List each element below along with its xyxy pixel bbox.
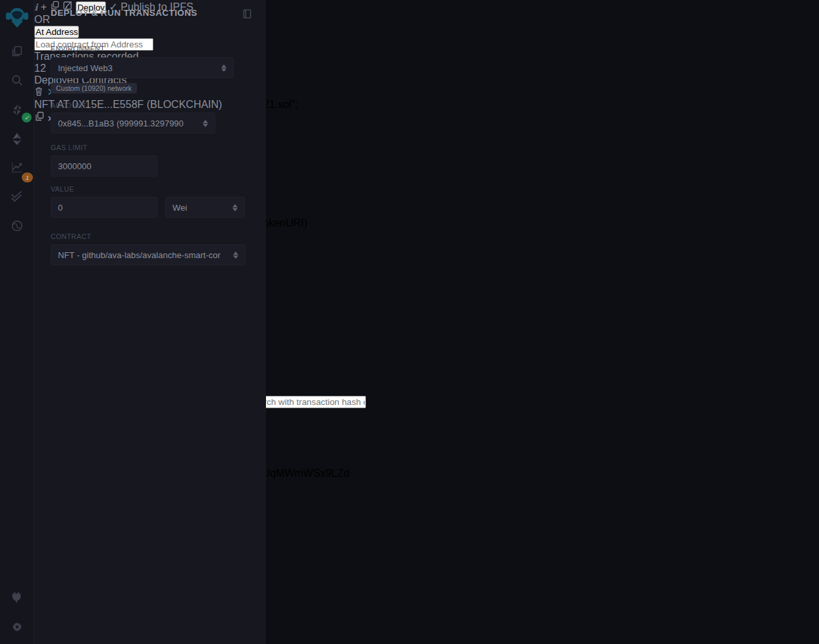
deploy-run-panel: DEPLOY & RUN TRANSACTIONS ENVIRONMENT In… — [34, 0, 266, 644]
account-label: ACCOUNT — [51, 101, 87, 109]
plugin-manager-icon[interactable] — [0, 586, 34, 608]
select-caret-icon — [203, 120, 208, 127]
gas-limit-input[interactable] — [58, 161, 150, 171]
unit-testing-icon[interactable] — [0, 185, 34, 207]
search-icon[interactable] — [0, 69, 34, 92]
analytics-icon[interactable]: 1 — [0, 156, 34, 178]
settings-gear-icon[interactable] — [0, 616, 34, 638]
add-account-icon[interactable]: + — [41, 1, 47, 13]
select-caret-icon — [221, 65, 226, 72]
clear-deployed-trash-icon[interactable] — [34, 87, 46, 98]
solidity-compiler-icon[interactable]: ✓ — [0, 99, 34, 121]
contract-select[interactable]: NFT - github/ava-labs/avalanche-smart-co… — [51, 244, 246, 265]
remix-ide: ✓ 1 — [0, 0, 819, 644]
select-caret-icon — [232, 204, 238, 211]
file-explorer-icon[interactable] — [0, 40, 34, 63]
value-label: VALUE — [51, 185, 74, 193]
at-address-button[interactable]: At Address — [34, 26, 79, 38]
transactions-count-badge: 12 — [34, 63, 46, 74]
analytics-count-badge: 1 — [22, 173, 33, 182]
account-select[interactable]: 0x845...B1aB3 (999991.3297990 — [51, 113, 215, 134]
environment-select[interactable]: Injected Web3 — [51, 57, 234, 78]
documentation-icon[interactable] — [242, 9, 252, 22]
value-input[interactable] — [58, 203, 150, 213]
value-unit-select[interactable]: Wei — [165, 197, 245, 218]
panel-title: DEPLOY & RUN TRANSACTIONS — [51, 8, 198, 18]
gas-limit-label: GAS LIMIT — [51, 144, 88, 151]
debugger-icon[interactable] — [0, 215, 34, 237]
deploy-run-icon[interactable] — [0, 128, 34, 150]
environment-label: ENVIRONMENT — [51, 45, 105, 53]
environment-info-icon[interactable]: i — [34, 2, 38, 13]
compiler-success-badge: ✓ — [22, 113, 32, 122]
icon-panel: ✓ 1 — [0, 0, 34, 644]
select-caret-icon — [233, 252, 238, 259]
value-input-wrap — [51, 197, 157, 218]
copy-deployed-icon[interactable] — [34, 113, 47, 124]
contract-label: CONTRACT — [51, 232, 92, 240]
network-badge: Custom (10920) network — [51, 83, 137, 94]
remix-logo-icon — [5, 5, 30, 30]
gas-limit-input-wrap — [51, 155, 157, 176]
